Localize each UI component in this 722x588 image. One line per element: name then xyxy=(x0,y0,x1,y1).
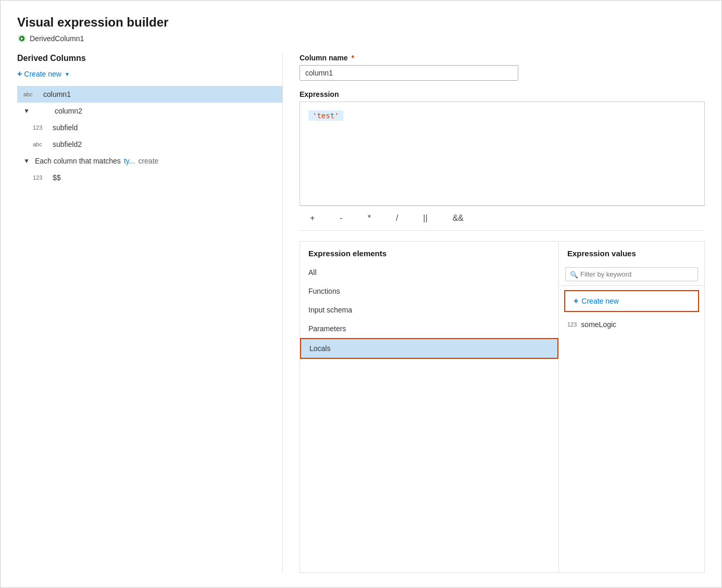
expression-section: Expression 'test' + - * / || && xyxy=(300,90,705,241)
filter-input[interactable] xyxy=(565,267,698,281)
create-new-label: Create new xyxy=(24,70,61,78)
expression-box[interactable]: 'test' xyxy=(300,102,705,206)
derived-column-icon xyxy=(17,34,27,43)
column-name: column1 xyxy=(43,90,71,98)
operator-multiply[interactable]: * xyxy=(366,212,373,224)
chevron-down-icon: ▼ xyxy=(65,71,70,77)
list-item[interactable]: ▼ column2 xyxy=(17,103,282,119)
column-list: abc column1 ▼ column2 123 subfield abc xyxy=(17,86,282,186)
test-token: 'test' xyxy=(308,110,343,121)
list-item[interactable]: abc subfield2 xyxy=(17,136,282,153)
list-item[interactable]: 123 $$ xyxy=(17,169,282,186)
required-star: * xyxy=(351,54,354,62)
derived-columns-title: Derived Columns xyxy=(17,54,282,63)
operator-or[interactable]: || xyxy=(421,212,429,224)
elem-parameters[interactable]: Parameters xyxy=(300,319,558,338)
filter-wrap-inner: 🔍 xyxy=(565,267,698,281)
each-col-item: Each column that matches ty... create xyxy=(35,157,158,165)
elem-input-schema[interactable]: Input schema xyxy=(300,301,558,319)
type-label: abc xyxy=(23,91,38,97)
column-name: $$ xyxy=(53,173,61,182)
column-name: subfield xyxy=(53,123,78,132)
app-container: Visual expression builder DerivedColumn1… xyxy=(0,0,722,588)
elem-all[interactable]: All xyxy=(300,263,558,282)
somelogic-item[interactable]: 123 someLogic xyxy=(559,316,704,333)
somelogic-label: someLogic xyxy=(581,320,616,329)
elem-functions[interactable]: Functions xyxy=(300,282,558,301)
operator-plus[interactable]: + xyxy=(308,212,317,224)
page-title: Visual expression builder xyxy=(17,15,705,30)
plus-icon-ev: + xyxy=(574,296,578,306)
create-new-ev-label: Create new xyxy=(581,297,619,305)
filter-wrap: 🔍 xyxy=(559,263,704,286)
create-new-ev-button[interactable]: + Create new xyxy=(564,290,699,312)
type-label: 123 xyxy=(33,124,47,131)
column-name-label: Column name * xyxy=(300,54,705,62)
create-new-button[interactable]: + Create new ▼ xyxy=(17,67,282,81)
expression-elements-title: Expression elements xyxy=(300,242,558,263)
expression-label: Expression xyxy=(300,90,705,98)
arrow-icon: ▼ xyxy=(23,157,30,165)
elem-locals[interactable]: Locals xyxy=(300,338,558,359)
each-col-create: create xyxy=(138,157,158,165)
column-name: column2 xyxy=(55,107,82,115)
column-name: subfield2 xyxy=(53,140,82,148)
right-panel: Column name * Expression 'test' + - * / … xyxy=(283,54,705,573)
arrow-icon: ▼ xyxy=(23,107,30,115)
operator-divide[interactable]: / xyxy=(394,212,400,224)
list-item[interactable]: ▼ Each column that matches ty... create xyxy=(17,153,282,169)
each-col-link[interactable]: ty... xyxy=(124,157,135,165)
operator-bar: + - * / || && xyxy=(300,206,705,231)
type-label: abc xyxy=(33,141,47,147)
expression-values-title: Expression values xyxy=(559,242,704,263)
search-icon: 🔍 xyxy=(570,270,578,278)
derived-column-label: DerivedColumn1 xyxy=(17,34,705,43)
each-col-text: Each column that matches xyxy=(35,157,121,165)
expression-elements: Expression elements All Functions Input … xyxy=(300,241,559,573)
bottom-section: Expression elements All Functions Input … xyxy=(300,241,705,573)
type-label: 123 xyxy=(33,174,47,181)
plus-icon: + xyxy=(17,69,22,79)
elem-list: All Functions Input schema Parameters Lo… xyxy=(300,263,558,359)
derived-column-name: DerivedColumn1 xyxy=(30,34,84,43)
expression-values: Expression values 🔍 + Create new xyxy=(559,241,705,573)
somelogic-type: 123 xyxy=(567,321,577,328)
column-name-input[interactable] xyxy=(300,65,518,81)
operator-minus[interactable]: - xyxy=(338,212,344,224)
operator-and[interactable]: && xyxy=(451,212,466,224)
list-item[interactable]: 123 subfield xyxy=(17,119,282,136)
left-panel: Derived Columns + Create new ▼ abc colum… xyxy=(17,54,283,573)
list-item[interactable]: abc column1 xyxy=(17,86,282,103)
